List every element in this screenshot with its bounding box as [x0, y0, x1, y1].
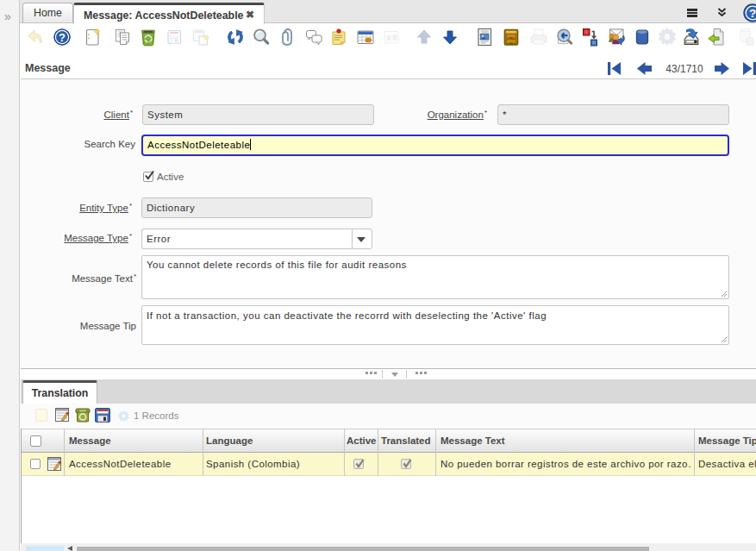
svg-text:?: ? [749, 7, 756, 20]
svg-text:?: ? [59, 31, 66, 44]
